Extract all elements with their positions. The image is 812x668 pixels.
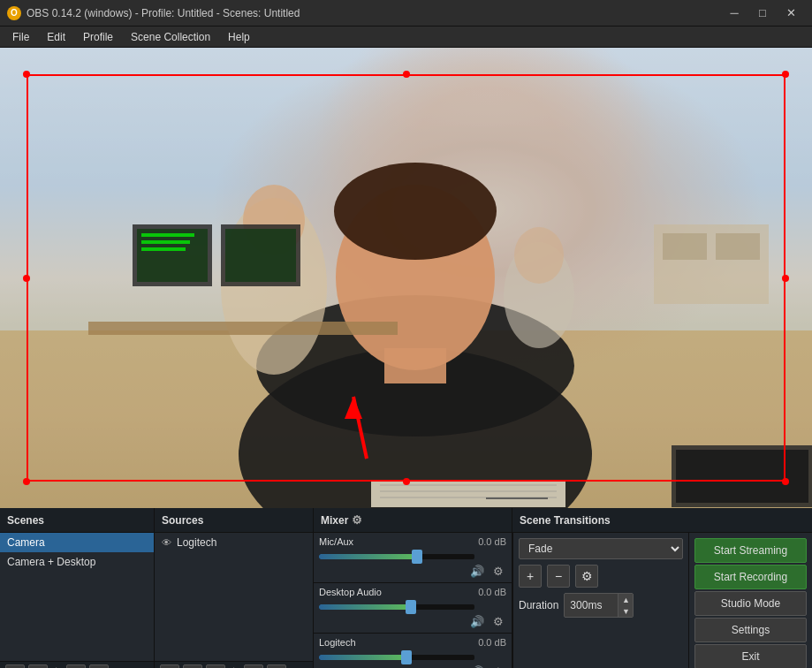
mixer-track-name-micaux: Mic/Aux	[319, 536, 353, 547]
mixer-settings-btn-micaux[interactable]: ⚙	[490, 564, 506, 579]
minimize-button[interactable]: ─	[720, 0, 748, 27]
mixer-track-controls-logitech: 🔊 ⚙	[319, 664, 506, 668]
scene-item-camera[interactable]: Camera	[0, 533, 154, 552]
scenes-add-button[interactable]: +	[5, 664, 25, 669]
sources-add-button[interactable]: +	[160, 664, 179, 669]
transitions-panel: Fade Cut + − ⚙ Duration ▲ ▼	[513, 533, 688, 668]
scene-item-camera-desktop[interactable]: Camera + Desktop	[0, 552, 154, 572]
source-item-label: Logitech	[177, 536, 216, 549]
panel-headers: Scenes Sources Mixer Scene Transitions	[0, 508, 812, 533]
sources-panel: Logitech + − ⚙ │ ∧ ∨	[155, 533, 314, 668]
mixer-fader-logitech[interactable]	[319, 650, 506, 664]
titlebar: O OBS 0.14.2 (windows) - Profile: Untitl…	[0, 0, 812, 27]
duration-input[interactable]	[565, 596, 618, 614]
duration-input-wrapper: ▲ ▼	[564, 593, 634, 618]
close-button[interactable]: ✕	[777, 0, 805, 27]
menu-help[interactable]: Help	[219, 27, 259, 48]
mixer-track-controls-micaux: 🔊 ⚙	[319, 564, 506, 579]
video-canvas	[0, 48, 812, 508]
panels-content: Camera Camera + Desktop + − │ ∧ ∨ Logite…	[0, 533, 812, 668]
mixer-track-db-micaux: 0.0 dB	[478, 536, 506, 547]
maximize-button[interactable]: □	[748, 0, 777, 27]
menu-profile[interactable]: Profile	[74, 27, 122, 48]
source-item-logitech[interactable]: Logitech	[155, 533, 313, 552]
duration-spin-up[interactable]: ▲	[618, 594, 633, 605]
sources-list: Logitech	[155, 533, 313, 661]
menubar: File Edit Profile Scene Collection Help	[0, 27, 812, 48]
duration-spin-down[interactable]: ▼	[618, 605, 633, 617]
menu-scene-collection[interactable]: Scene Collection	[122, 27, 219, 48]
duration-row: Duration ▲ ▼	[519, 593, 683, 618]
settings-button[interactable]: Settings	[694, 618, 807, 642]
transitions-fade-row: Fade Cut	[519, 538, 683, 559]
transitions-remove-button[interactable]: −	[547, 565, 570, 588]
source-visibility-icon[interactable]	[162, 536, 171, 549]
sources-move-down-button[interactable]: ∨	[267, 664, 286, 669]
mixer-track-controls-desktop: 🔊 ⚙	[319, 614, 506, 629]
studio-mode-button[interactable]: Studio Mode	[694, 591, 807, 616]
menu-file[interactable]: File	[4, 27, 38, 48]
scenes-move-down-button[interactable]: ∨	[89, 664, 109, 669]
scenes-remove-button[interactable]: −	[28, 664, 48, 669]
sources-toolbar: + − ⚙ │ ∧ ∨	[155, 661, 313, 668]
mixer-fader-desktop[interactable]	[319, 600, 506, 614]
mixer-track-logitech: Logitech 0.0 dB 🔊 ⚙	[314, 634, 512, 668]
transitions-add-button[interactable]: +	[519, 565, 542, 588]
duration-label: Duration	[519, 599, 558, 611]
transitions-settings-button[interactable]: ⚙	[575, 565, 598, 588]
window-title: OBS 0.14.2 (windows) - Profile: Untitled…	[27, 7, 720, 19]
transitions-select[interactable]: Fade Cut	[519, 538, 683, 559]
scenes-move-up-button[interactable]: ∧	[66, 664, 86, 669]
mixer-track-desktop: Desktop Audio 0.0 dB 🔊 ⚙	[314, 583, 512, 634]
bottom-panel: Scenes Sources Mixer Scene Transitions C…	[0, 508, 812, 668]
menu-edit[interactable]: Edit	[38, 27, 74, 48]
mixer-track-name-desktop: Desktop Audio	[319, 587, 382, 597]
sources-settings-button[interactable]: ⚙	[206, 664, 225, 669]
mixer-fader-micaux[interactable]	[319, 550, 506, 564]
sources-move-up-button[interactable]: ∧	[244, 664, 263, 669]
transitions-controls-row: + − ⚙	[519, 565, 683, 588]
mixer-track-db-logitech: 0.0 dB	[478, 637, 506, 648]
mixer-panel: Mic/Aux 0.0 dB 🔊 ⚙ Desktop	[314, 533, 512, 668]
scenes-list: Camera Camera + Desktop	[0, 533, 154, 661]
sources-header: Sources	[155, 508, 314, 532]
scenes-panel: Camera Camera + Desktop + − │ ∧ ∨	[0, 533, 155, 668]
mixer-mute-btn-micaux[interactable]: 🔊	[467, 564, 487, 579]
mixer-header: Mixer	[314, 508, 512, 532]
mixer-settings-btn-logitech[interactable]: ⚙	[490, 664, 506, 668]
start-recording-button[interactable]: Start Recording	[694, 565, 807, 589]
sources-remove-button[interactable]: −	[183, 664, 202, 669]
mixer-track-db-desktop: 0.0 dB	[478, 587, 506, 597]
duration-spinner: ▲ ▼	[618, 594, 633, 617]
right-buttons: Start Streaming Start Recording Studio M…	[688, 533, 812, 668]
right-section: Fade Cut + − ⚙ Duration ▲ ▼	[512, 533, 812, 668]
mixer-track-micaux: Mic/Aux 0.0 dB 🔊 ⚙	[314, 533, 512, 583]
transitions-header: Scene Transitions	[512, 508, 812, 532]
app-icon: O	[7, 6, 21, 20]
mixer-track-name-logitech: Logitech	[319, 637, 356, 648]
exit-button[interactable]: Exit	[694, 644, 807, 668]
scenes-toolbar: + − │ ∧ ∨	[0, 661, 154, 668]
mixer-settings-icon[interactable]	[352, 513, 362, 527]
scenes-header: Scenes	[0, 508, 155, 532]
mixer-mute-btn-logitech[interactable]: 🔊	[467, 664, 487, 668]
mixer-settings-btn-desktop[interactable]: ⚙	[490, 614, 506, 629]
mixer-mute-btn-desktop[interactable]: 🔊	[467, 614, 487, 629]
window-controls: ─ □ ✕	[720, 0, 805, 27]
start-streaming-button[interactable]: Start Streaming	[694, 538, 807, 563]
preview-area	[0, 48, 812, 508]
